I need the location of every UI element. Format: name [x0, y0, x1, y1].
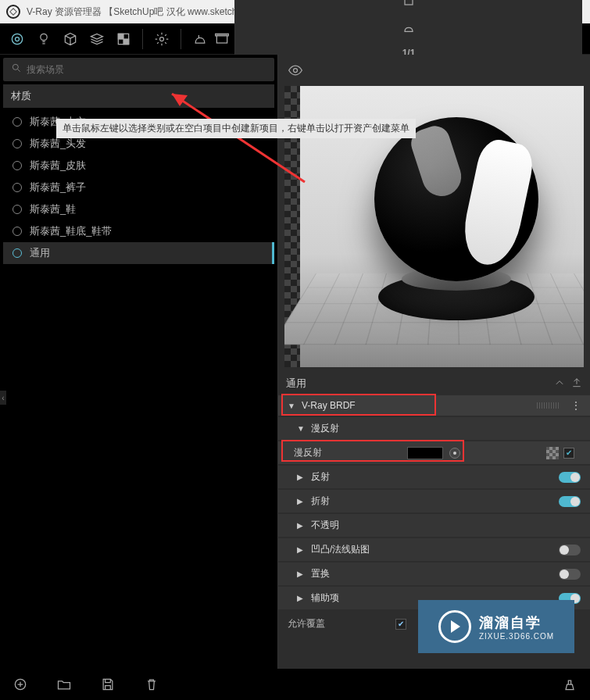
- section-label: 折射: [311, 495, 330, 508]
- props-title: 通用: [286, 377, 306, 391]
- diffuse-header-label: 漫反射: [311, 422, 339, 435]
- bump-toggle[interactable]: [559, 545, 581, 555]
- section-label: 凹凸/法线贴图: [311, 543, 370, 556]
- lights-tab-icon[interactable]: [34, 30, 53, 48]
- watermark-title: 溜溜自学: [479, 613, 554, 632]
- watermark-badge: 溜溜自学 ZIXUE.3D66.COM: [418, 600, 574, 653]
- material-label: 斯泰茜_皮肤: [30, 159, 86, 173]
- save-icon[interactable]: [100, 677, 116, 692]
- refraction-section-row[interactable]: ▶ 折射: [278, 490, 590, 512]
- collapse-arrow-icon: ▶: [297, 473, 306, 481]
- svg-rect-9: [405, 0, 413, 5]
- diffuse-slider-button[interactable]: [449, 448, 460, 459]
- expand-arrow-icon: ▼: [288, 402, 297, 410]
- refraction-toggle[interactable]: [559, 496, 581, 507]
- preview-ball: [374, 117, 538, 281]
- watermark-url: ZIXUE.3D66.COM: [479, 632, 554, 641]
- diffuse-texture-checkbox[interactable]: ✔: [563, 448, 574, 459]
- bump-section-row[interactable]: ▶ 凹凸/法线贴图: [278, 538, 590, 561]
- reflection-section-row[interactable]: ▶ 反射: [278, 466, 590, 488]
- collapse-arrow-icon: ▶: [297, 594, 306, 602]
- section-label: 辅助项: [311, 591, 339, 605]
- radio-icon: [13, 161, 22, 170]
- diffuse-color-swatch[interactable]: [407, 447, 443, 459]
- purge-icon[interactable]: [562, 677, 577, 692]
- collapse-arrow-icon: ▶: [297, 497, 306, 505]
- search-row: [3, 58, 274, 81]
- settings-icon[interactable]: [152, 30, 171, 48]
- radio-icon: [13, 227, 22, 236]
- brdf-label: V-Ray BRDF: [302, 400, 356, 411]
- materials-section-header: 材质: [3, 84, 274, 108]
- displacement-toggle[interactable]: [559, 569, 581, 580]
- allow-override-checkbox[interactable]: ✔: [395, 619, 406, 630]
- collapse-arrow-icon: ▶: [297, 521, 306, 530]
- collapse-arrow-icon: ▶: [297, 545, 306, 554]
- svg-point-2: [41, 34, 47, 40]
- radio-icon: [13, 139, 22, 148]
- preview-toolbar: [278, 55, 590, 86]
- props-header: 通用: [278, 373, 590, 394]
- material-label: 斯泰茜_鞋: [30, 202, 76, 216]
- opacity-section-row[interactable]: ▶ 不透明: [278, 514, 590, 537]
- radio-icon: [13, 183, 22, 192]
- svg-point-10: [13, 64, 18, 70]
- bottom-toolbar: [0, 669, 590, 700]
- collapse-arrow-icon: ▶: [297, 570, 306, 578]
- add-material-icon[interactable]: [13, 677, 28, 692]
- preview-eye-icon[interactable]: [286, 61, 305, 80]
- svg-rect-4: [118, 34, 123, 39]
- material-item[interactable]: 斯泰茜_鞋: [3, 198, 274, 220]
- open-folder-icon[interactable]: [56, 677, 72, 692]
- watermark-play-icon: [438, 610, 471, 643]
- search-input[interactable]: [27, 64, 266, 75]
- reflection-toggle[interactable]: [559, 472, 581, 483]
- material-label: 斯泰茜_裤子: [30, 180, 86, 195]
- diffuse-header-row[interactable]: ▼ 漫反射: [278, 417, 590, 440]
- material-item-selected[interactable]: 通用: [3, 242, 274, 264]
- main-toolbar: 1/1 ⋮: [0, 23, 590, 55]
- material-item[interactable]: 斯泰茜_鞋底_鞋带: [3, 220, 274, 242]
- radio-icon: [13, 117, 22, 127]
- render-icon[interactable]: [191, 30, 209, 48]
- teapot-icon[interactable]: [399, 20, 418, 38]
- properties-right-panel: 通用 ▼ V-Ray BRDF ⋮ ▼ 漫反射 漫反射: [277, 55, 590, 669]
- asset-left-panel: 单击鼠标左键以选择类别或在空白项目中创建新项目，右键单击以打开资产创建菜单 材质…: [0, 55, 277, 669]
- material-label: 斯泰茜_鞋底_鞋带: [30, 224, 112, 238]
- save-asset-icon[interactable]: [571, 377, 582, 391]
- diffuse-texture-swatch[interactable]: [546, 447, 559, 459]
- material-label: 通用: [30, 246, 50, 260]
- frame-buffer-icon[interactable]: [213, 30, 231, 48]
- radio-icon: [13, 205, 22, 214]
- section-label: 反射: [311, 470, 330, 484]
- section-menu-icon[interactable]: ⋮: [571, 400, 581, 411]
- up-action-icon[interactable]: [554, 377, 565, 391]
- material-item[interactable]: 斯泰茜_裤子: [3, 177, 274, 198]
- diffuse-color-row: 漫反射 ✔: [278, 441, 590, 464]
- materials-tab-icon[interactable]: [8, 30, 27, 48]
- material-item[interactable]: 斯泰茜_皮肤: [3, 155, 274, 177]
- section-label: 置换: [311, 567, 330, 580]
- delete-icon[interactable]: [144, 677, 159, 692]
- svg-point-6: [160, 37, 164, 41]
- section-label: 不透明: [311, 519, 339, 532]
- displacement-section-row[interactable]: ▶ 置换: [278, 562, 590, 585]
- textures-tab-icon[interactable]: [114, 30, 133, 48]
- svg-point-0: [12, 34, 22, 44]
- svg-rect-5: [123, 39, 129, 45]
- allow-override-label: 允许覆盖: [288, 617, 325, 630]
- brdf-section-row[interactable]: ▼ V-Ray BRDF ⋮: [278, 395, 590, 416]
- collapse-handle-icon[interactable]: ‹: [0, 391, 6, 405]
- svg-rect-7: [216, 35, 227, 43]
- svg-point-11: [294, 69, 298, 73]
- layers-tab-icon[interactable]: [88, 30, 106, 48]
- geometry-tab-icon[interactable]: [61, 30, 80, 48]
- search-icon: [11, 62, 22, 77]
- preview-box-icon[interactable]: [399, 0, 418, 10]
- diffuse-label: 漫反射: [294, 446, 322, 459]
- radio-icon: [13, 248, 22, 258]
- material-label: 斯泰茜_头发: [30, 137, 86, 151]
- app-logo-icon: [6, 5, 20, 19]
- svg-point-1: [16, 37, 20, 41]
- drag-grip-icon[interactable]: [537, 402, 560, 409]
